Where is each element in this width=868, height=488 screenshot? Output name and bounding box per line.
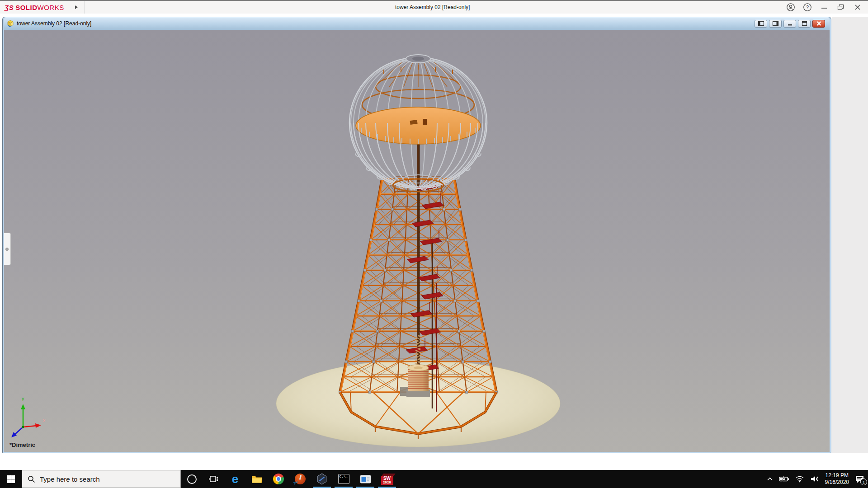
minimize-button[interactable] bbox=[819, 2, 829, 12]
taskbar-search[interactable] bbox=[22, 470, 181, 488]
battery-button[interactable] bbox=[779, 475, 789, 483]
doc-minimize-icon bbox=[787, 21, 793, 26]
solidworks-taskbar-button[interactable]: SW2020 bbox=[376, 470, 398, 488]
solidworks-logo: ƷSSOLIDWORKS bbox=[5, 4, 64, 11]
file-explorer-button[interactable] bbox=[246, 470, 268, 488]
task-view-icon bbox=[208, 474, 218, 483]
edge-icon: e bbox=[232, 474, 238, 484]
cortana-button[interactable] bbox=[181, 470, 203, 488]
file-explorer-icon bbox=[251, 474, 263, 484]
task-pane-strip bbox=[832, 17, 868, 453]
screen-snip-button[interactable]: ✂ bbox=[289, 470, 311, 488]
doc-minimize-button[interactable] bbox=[783, 20, 796, 28]
hexagon-app-button[interactable] bbox=[311, 470, 333, 488]
feature-panel-flyout-handle[interactable] bbox=[4, 233, 11, 265]
hexagon-app-icon bbox=[316, 473, 328, 485]
windows-logo-icon bbox=[7, 475, 15, 483]
clock-date: 9/16/2020 bbox=[825, 479, 849, 485]
graphics-viewport[interactable]: y x *Dimetric bbox=[4, 30, 830, 452]
system-tray: 12:19 PM 9/16/2020 1 bbox=[767, 470, 868, 488]
restore-icon bbox=[837, 4, 844, 11]
start-button[interactable] bbox=[0, 470, 22, 488]
chrome-button[interactable] bbox=[268, 470, 289, 488]
brand-glyph: ƷS bbox=[5, 4, 14, 11]
account-button[interactable] bbox=[786, 2, 796, 12]
solidworks-2020-icon: SW2020 bbox=[381, 474, 393, 485]
y-axis-label: y bbox=[22, 396, 24, 401]
volume-button[interactable] bbox=[810, 475, 819, 483]
restore-button[interactable] bbox=[836, 2, 846, 12]
battery-charging-icon bbox=[779, 475, 789, 483]
split-right-icon bbox=[772, 21, 779, 26]
document-title: tower Assembly 02 [Read-only] bbox=[17, 20, 91, 27]
cortana-icon bbox=[187, 474, 197, 484]
document-titlebar[interactable]: tower Assembly 02 [Read-only] bbox=[4, 17, 830, 30]
doc-restore-icon bbox=[801, 21, 808, 26]
command-prompt-button[interactable]: C:\_ bbox=[333, 470, 354, 488]
speaker-icon bbox=[810, 475, 819, 483]
doc-close-icon bbox=[816, 21, 822, 26]
app-window-controls: ? bbox=[786, 1, 868, 14]
tray-overflow-button[interactable] bbox=[767, 476, 773, 482]
split-right-pane-button[interactable] bbox=[769, 20, 782, 28]
help-icon: ? bbox=[803, 3, 812, 12]
app-titlebar: ƷSSOLIDWORKS tower Assembly 02 [Read-onl… bbox=[0, 0, 868, 14]
screen-snip-icon: ✂ bbox=[295, 474, 306, 484]
taskbar-clock[interactable]: 12:19 PM 9/16/2020 bbox=[825, 472, 849, 486]
solidworks-menu[interactable]: ƷSSOLIDWORKS bbox=[0, 1, 85, 14]
chevron-up-icon bbox=[767, 476, 773, 482]
split-left-icon bbox=[758, 21, 764, 26]
model-canvas[interactable] bbox=[4, 30, 830, 452]
windows-taskbar: e ✂ C:\_ SW2020 bbox=[0, 470, 868, 488]
document-window: tower Assembly 02 [Read-only] bbox=[2, 17, 831, 453]
document-window-controls bbox=[755, 20, 827, 28]
help-button[interactable]: ? bbox=[802, 2, 812, 12]
edge-button[interactable]: e bbox=[224, 470, 246, 488]
flyout-dot-icon bbox=[5, 248, 9, 251]
view-orientation-label: *Dimetric bbox=[9, 441, 35, 448]
minimize-icon bbox=[821, 4, 827, 10]
app-window-title: tower Assembly 02 [Read-only] bbox=[395, 4, 470, 10]
menu-flyout-arrow-icon[interactable] bbox=[75, 5, 78, 9]
search-input[interactable] bbox=[40, 475, 175, 483]
action-center-button[interactable]: 1 bbox=[855, 474, 864, 483]
split-left-pane-button[interactable] bbox=[755, 20, 767, 28]
remote-desktop-icon bbox=[360, 474, 371, 484]
close-icon bbox=[854, 4, 861, 10]
orientation-triad: y x bbox=[7, 395, 57, 440]
notification-badge: 1 bbox=[860, 479, 867, 485]
search-icon bbox=[28, 475, 35, 483]
x-axis-label: x bbox=[43, 418, 46, 423]
doc-restore-button[interactable] bbox=[798, 20, 811, 28]
user-icon bbox=[786, 3, 795, 12]
chrome-icon bbox=[273, 474, 284, 484]
wifi-icon bbox=[795, 475, 804, 483]
assembly-icon bbox=[7, 20, 14, 27]
network-button[interactable] bbox=[795, 475, 804, 483]
svg-text:?: ? bbox=[806, 5, 809, 10]
clock-time: 12:19 PM bbox=[826, 472, 849, 479]
doc-close-button[interactable] bbox=[812, 20, 825, 28]
command-prompt-icon: C:\_ bbox=[338, 474, 349, 484]
close-button[interactable] bbox=[853, 2, 863, 12]
remote-desktop-button[interactable] bbox=[354, 470, 376, 488]
task-view-button[interactable] bbox=[203, 470, 224, 488]
